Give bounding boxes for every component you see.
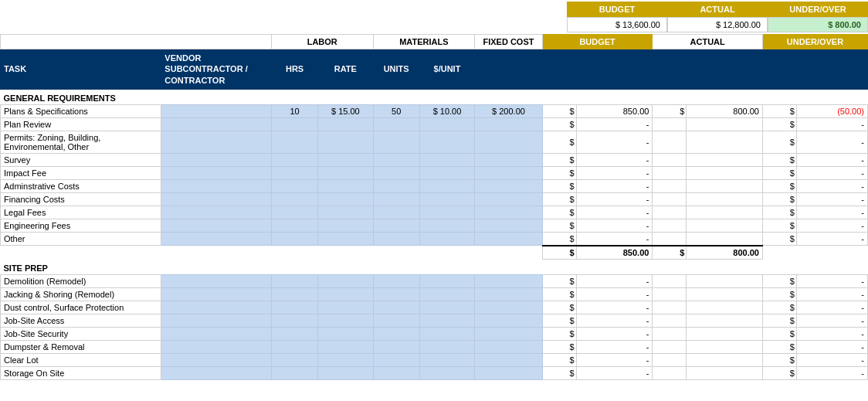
input-cell[interactable] xyxy=(271,353,317,366)
input-cell[interactable] xyxy=(271,301,317,314)
input-cell[interactable] xyxy=(318,166,373,179)
input-cell[interactable] xyxy=(271,274,317,287)
input-cell[interactable] xyxy=(419,153,474,166)
input-cell[interactable] xyxy=(373,314,419,327)
input-cell[interactable] xyxy=(161,232,272,246)
input-cell[interactable]: $ 200.00 xyxy=(475,104,543,117)
input-cell[interactable] xyxy=(475,353,543,366)
input-cell[interactable] xyxy=(161,353,272,366)
input-cell[interactable] xyxy=(161,131,272,153)
input-cell[interactable] xyxy=(419,301,474,314)
input-cell[interactable] xyxy=(318,206,373,219)
input-cell[interactable]: 50 xyxy=(373,104,419,117)
input-cell[interactable]: 10 xyxy=(271,104,317,117)
input-cell[interactable] xyxy=(271,219,317,232)
input-cell[interactable] xyxy=(419,131,474,153)
input-cell[interactable] xyxy=(271,340,317,353)
input-cell[interactable] xyxy=(373,153,419,166)
input-cell[interactable] xyxy=(318,327,373,340)
input-cell[interactable] xyxy=(475,153,543,166)
input-cell[interactable] xyxy=(373,274,419,287)
input-cell[interactable] xyxy=(161,166,272,179)
input-cell[interactable] xyxy=(271,327,317,340)
input-cell[interactable] xyxy=(271,192,317,206)
input-cell[interactable] xyxy=(475,206,543,219)
input-cell[interactable] xyxy=(475,232,543,246)
input-cell[interactable] xyxy=(373,287,419,301)
input-cell[interactable] xyxy=(318,353,373,366)
input-cell[interactable] xyxy=(161,301,272,314)
input-cell[interactable] xyxy=(373,366,419,379)
input-cell[interactable] xyxy=(318,232,373,246)
input-cell[interactable] xyxy=(161,153,272,166)
input-cell[interactable] xyxy=(373,353,419,366)
input-cell[interactable] xyxy=(318,117,373,131)
input-cell[interactable] xyxy=(161,287,272,301)
input-cell[interactable] xyxy=(318,219,373,232)
input-cell[interactable] xyxy=(161,179,272,192)
input-cell[interactable]: $ 15.00 xyxy=(318,104,373,117)
input-cell[interactable] xyxy=(271,179,317,192)
input-cell[interactable] xyxy=(271,117,317,131)
input-cell[interactable] xyxy=(271,314,317,327)
input-cell[interactable] xyxy=(475,340,543,353)
input-cell[interactable] xyxy=(161,274,272,287)
input-cell[interactable] xyxy=(419,219,474,232)
input-cell[interactable] xyxy=(475,192,543,206)
input-cell[interactable] xyxy=(318,192,373,206)
input-cell[interactable] xyxy=(161,340,272,353)
input-cell[interactable] xyxy=(373,219,419,232)
input-cell[interactable] xyxy=(419,232,474,246)
input-cell[interactable] xyxy=(419,192,474,206)
input-cell[interactable] xyxy=(318,153,373,166)
input-cell[interactable] xyxy=(318,340,373,353)
input-cell[interactable] xyxy=(318,131,373,153)
input-cell[interactable] xyxy=(161,314,272,327)
input-cell[interactable] xyxy=(475,219,543,232)
input-cell[interactable] xyxy=(419,353,474,366)
input-cell[interactable] xyxy=(373,232,419,246)
input-cell[interactable] xyxy=(318,366,373,379)
input-cell[interactable] xyxy=(419,206,474,219)
input-cell[interactable] xyxy=(419,117,474,131)
input-cell[interactable] xyxy=(373,301,419,314)
input-cell[interactable] xyxy=(475,327,543,340)
input-cell[interactable] xyxy=(475,117,543,131)
input-cell[interactable] xyxy=(318,301,373,314)
input-cell[interactable] xyxy=(161,104,272,117)
input-cell[interactable] xyxy=(373,131,419,153)
input-cell[interactable] xyxy=(475,366,543,379)
input-cell[interactable] xyxy=(373,179,419,192)
input-cell[interactable] xyxy=(271,166,317,179)
input-cell[interactable] xyxy=(271,206,317,219)
input-cell[interactable] xyxy=(271,131,317,153)
input-cell[interactable] xyxy=(161,117,272,131)
input-cell[interactable] xyxy=(373,340,419,353)
input-cell[interactable] xyxy=(373,327,419,340)
input-cell[interactable] xyxy=(318,287,373,301)
input-cell[interactable] xyxy=(475,131,543,153)
input-cell[interactable] xyxy=(161,366,272,379)
input-cell[interactable] xyxy=(475,287,543,301)
input-cell[interactable] xyxy=(373,166,419,179)
input-cell[interactable] xyxy=(161,327,272,340)
input-cell[interactable] xyxy=(475,166,543,179)
input-cell[interactable] xyxy=(318,179,373,192)
input-cell[interactable] xyxy=(318,314,373,327)
input-cell[interactable] xyxy=(271,366,317,379)
input-cell[interactable] xyxy=(161,206,272,219)
input-cell[interactable] xyxy=(419,287,474,301)
input-cell[interactable] xyxy=(475,314,543,327)
input-cell[interactable] xyxy=(271,287,317,301)
input-cell[interactable] xyxy=(373,117,419,131)
input-cell[interactable] xyxy=(318,274,373,287)
input-cell[interactable] xyxy=(475,274,543,287)
input-cell[interactable] xyxy=(271,232,317,246)
input-cell[interactable] xyxy=(419,166,474,179)
input-cell[interactable] xyxy=(419,366,474,379)
input-cell[interactable] xyxy=(475,179,543,192)
input-cell[interactable] xyxy=(419,274,474,287)
input-cell[interactable] xyxy=(419,179,474,192)
input-cell[interactable] xyxy=(419,327,474,340)
input-cell[interactable] xyxy=(419,340,474,353)
